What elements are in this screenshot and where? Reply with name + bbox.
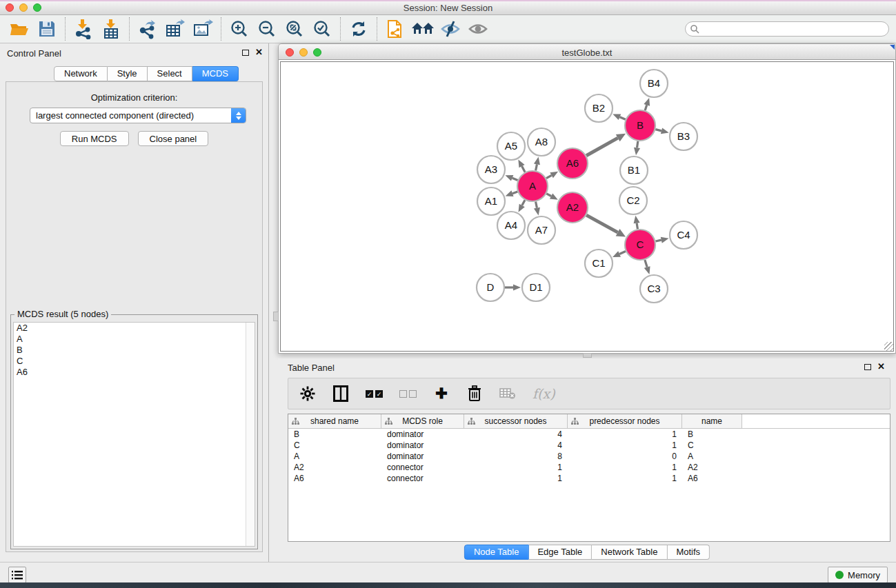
tab-select[interactable]: Select [148,66,192,81]
vertical-splitter-handle[interactable] [273,312,279,321]
tab-style[interactable]: Style [108,66,148,81]
export-network-button[interactable] [134,17,161,41]
result-item[interactable]: C [14,356,255,367]
graph-edge-B-B3[interactable] [655,130,661,131]
criterion-select[interactable]: largest connected component (directed) [30,108,246,123]
resize-grip[interactable] [884,342,893,351]
graph-edge-C-C1[interactable] [619,251,626,254]
tab-network-table[interactable]: Network Table [592,545,667,560]
result-scrollbar[interactable] [246,323,255,546]
delete-table-icon [499,387,516,400]
tab-node-table[interactable]: Node Table [464,545,529,560]
tab-mcds[interactable]: MCDS [192,66,239,81]
tab-edge-table[interactable]: Edge Table [528,545,592,560]
first-neighbors-button[interactable] [409,17,437,41]
table-row[interactable]: Bdominator41B [288,429,890,440]
column-header-shared-name[interactable]: shared name [288,414,381,428]
graph-edge-A-A2[interactable] [546,194,551,196]
result-item[interactable]: A [14,334,255,345]
float-panel-icon[interactable] [242,50,249,56]
graph-edge-A6-B[interactable] [586,138,618,156]
graph-edge-C-C4[interactable] [655,240,661,241]
graph-node-label: B4 [648,77,660,89]
network-file-button[interactable] [381,17,409,41]
delete-table-button[interactable] [499,385,516,403]
graph-edge-B-B4[interactable] [645,105,647,110]
table-cell: dominator [381,452,464,461]
horizontal-splitter-handle[interactable] [583,353,592,358]
network-graph[interactable]: AA1A2A3A4A5A6A7A8BB1B2B3B4CC1C2C3C4DD1 [281,62,893,351]
export-image-button[interactable] [189,17,217,41]
zoom-in-button[interactable] [226,17,253,41]
column-header-name[interactable]: name [682,414,742,428]
table-row[interactable]: Cdominator41C [288,440,890,451]
graph-edge-A-A1[interactable] [512,192,517,194]
select-all-rows-button[interactable]: ✓ ✓ [366,385,383,403]
graph-edge-B-B1[interactable] [637,141,638,148]
result-item[interactable]: B [14,345,255,356]
delete-column-button[interactable] [466,385,483,403]
open-session-button[interactable] [6,17,33,41]
graph-edge-A-A5[interactable] [522,166,526,172]
graph-edge-B-B2[interactable] [619,117,625,119]
graph-edge-A-A3[interactable] [512,178,518,180]
graph-edge-A-A8[interactable] [536,164,537,170]
column-header-successor-nodes[interactable]: successor nodes [464,414,568,428]
mcds-result-list[interactable]: A2ABCA6 [13,322,255,547]
graph-edge-arrow [661,237,669,243]
graph-edge-A2-C[interactable] [586,215,617,232]
network-canvas[interactable]: AA1A2A3A4A5A6A7A8BB1B2B3B4CC1C2C3C4DD1 [278,60,896,354]
graph-edge-arrow [634,148,640,156]
search-input[interactable] [699,23,888,35]
show-all-button[interactable] [464,17,492,41]
column-header-predecessor-nodes[interactable]: predecessor nodes [568,414,682,428]
graph-edge-C-C3[interactable] [645,260,647,267]
tab-motifs[interactable]: Motifs [667,545,710,560]
column-header-label: name [701,416,722,426]
network-window-titlebar[interactable]: testGlobe.txt [278,43,896,60]
task-history-button[interactable] [8,567,26,583]
refresh-button[interactable] [345,17,372,41]
export-table-button[interactable] [161,17,189,41]
close-panel-icon[interactable]: ✕ [255,48,263,57]
import-table-button[interactable] [97,17,125,41]
search-field[interactable] [685,21,889,37]
close-table-panel-icon[interactable]: ✕ [877,363,885,371]
import-network-button[interactable] [70,17,97,41]
table-cell: A [682,452,742,461]
graph-edge-A-A7[interactable] [536,202,537,208]
show-column-panel-button[interactable] [332,385,349,403]
graph-edge-arrow [506,190,514,196]
table-row[interactable]: A6connector11A6 [288,473,890,484]
table-row[interactable]: A2connector11A2 [288,462,890,473]
memory-button[interactable]: Memory [828,567,888,583]
graph-edge-A-A4[interactable] [522,200,525,205]
float-table-panel-icon[interactable] [864,364,871,370]
graph-node-label: A1 [485,195,497,207]
graph-node-label: C [637,239,644,250]
table-row[interactable]: Adominator80A [288,451,890,462]
graph-node-label: D [487,281,495,293]
create-column-button[interactable]: ✚ [433,385,450,403]
column-header-MCDS-role[interactable]: MCDS role [381,414,464,428]
zoom-out-button[interactable] [253,17,281,41]
result-item[interactable]: A6 [14,367,255,378]
graph-edge-C-C2[interactable] [637,223,637,230]
deselect-all-rows-button[interactable] [399,385,417,403]
hide-selected-button[interactable] [437,17,464,41]
graph-edge-A-A6[interactable] [546,175,552,178]
result-item[interactable]: A2 [14,323,255,334]
node-table[interactable]: shared nameMCDS rolesuccessor nodesprede… [288,414,890,542]
run-mcds-button[interactable]: Run MCDS [60,131,129,146]
tab-network[interactable]: Network [54,66,108,81]
close-panel-button[interactable]: Close panel [138,131,209,146]
table-settings-button[interactable] [299,385,316,403]
graph-edge-arrow [661,128,669,134]
function-builder-button[interactable]: f(x) [532,385,555,403]
mcds-tab-content: Optimization criterion: largest connecte… [6,81,263,552]
save-session-button[interactable] [33,17,61,41]
table-cell: A6 [288,474,381,483]
graph-node-label: A [529,180,536,192]
zoom-fit-button[interactable] [281,17,308,41]
zoom-selected-button[interactable] [308,17,336,41]
